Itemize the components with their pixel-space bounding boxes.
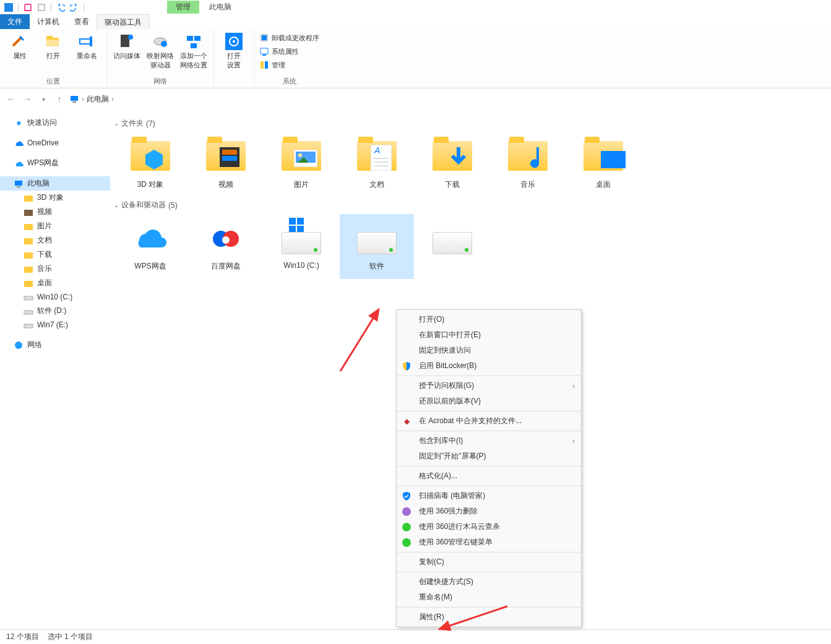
nav-forward[interactable]: → (21, 93, 33, 105)
tab-computer[interactable]: 计算机 (30, 14, 67, 29)
sidebar-item-drive-c[interactable]: Win10 (C:) (0, 290, 110, 304)
sidebar-item-drive-d[interactable]: 软件 (D:) (0, 304, 110, 318)
item-video[interactable]: 视频 (189, 132, 263, 197)
sidebar-item-quick[interactable]: ★快速访问 (0, 116, 110, 130)
item-pictures[interactable]: 图片 (264, 132, 338, 197)
svg-rect-51 (601, 151, 626, 168)
sidebar-item-pictures[interactable]: 图片 (0, 219, 110, 233)
context-tab[interactable]: 管理 (167, 1, 199, 14)
item-music[interactable]: 音乐 (491, 132, 565, 197)
ctx-360-remove[interactable]: 使用 360强力删除 (397, 504, 581, 519)
qat-save-icon[interactable] (22, 2, 33, 13)
svg-point-37 (15, 341, 22, 349)
sidebar-item-music[interactable]: 音乐 (0, 262, 110, 276)
ctx-open-new[interactable]: 在新窗口中打开(E) (397, 327, 581, 343)
sidebar-item-downloads[interactable]: 下载 (0, 247, 110, 262)
ctx-open[interactable]: 打开(O) (397, 312, 581, 327)
sidebar-item-video[interactable]: 视频 (0, 205, 110, 219)
svg-point-10 (161, 41, 167, 47)
section-folders[interactable]: ⌄ 文件夹 (7) (114, 118, 829, 129)
ctx-sep (397, 552, 581, 552)
item-3d[interactable]: 3D 对象 (113, 132, 187, 197)
sidebar-item-drive-e[interactable]: Win7 (E:) (0, 318, 110, 332)
ribbon-rename[interactable]: 重命名 (72, 32, 101, 61)
nav-bar: ← → ▾ ↑ › 此电脑 › (0, 88, 831, 109)
ribbon-manage[interactable]: 管理 (259, 59, 319, 71)
ctx-rename[interactable]: 重命名(M) (397, 590, 581, 605)
ctx-access[interactable]: 授予访问权限(G)› (397, 378, 581, 393)
tab-file[interactable]: 文件 (0, 14, 30, 29)
svg-rect-3 (46, 36, 53, 39)
network-icon (14, 340, 24, 350)
scan-icon (402, 491, 411, 501)
svg-rect-23 (71, 96, 78, 101)
ctx-properties[interactable]: 属性(R) (397, 609, 581, 625)
svg-rect-40 (222, 150, 237, 155)
ctx-library[interactable]: 包含到库中(I)› (397, 433, 581, 449)
ribbon-open-settings[interactable]: 打开 设置 (219, 32, 249, 70)
svg-rect-30 (24, 238, 33, 244)
status-bar: 12 个项目 选中 1 个项目 (0, 629, 831, 644)
qat-properties-icon[interactable] (36, 2, 47, 13)
sidebar-item-thispc[interactable]: 此电脑 (0, 176, 110, 191)
qat-redo-icon[interactable] (69, 2, 80, 13)
svg-rect-56 (297, 218, 304, 225)
tab-drive-tools[interactable]: 驱动器工具 (97, 14, 150, 29)
sidebar-item-documents[interactable]: 文档 (0, 233, 110, 247)
ribbon-sysprop[interactable]: 系统属性 (259, 45, 319, 58)
nav-recent[interactable]: ▾ (37, 93, 50, 105)
360-icon (402, 522, 411, 532)
chevron-right-icon: › (572, 382, 575, 390)
svg-rect-32 (24, 267, 33, 273)
item-drive-software[interactable]: 软件 (340, 214, 414, 279)
sidebar-item-wps[interactable]: WPS网盘 (0, 156, 110, 170)
ctx-copy[interactable]: 复制(C) (397, 554, 581, 570)
ctx-restore[interactable]: 还原以前的版本(V) (397, 393, 581, 409)
breadcrumb-sep-icon: › (111, 95, 114, 103)
ctx-shortcut[interactable]: 创建快捷方式(S) (397, 574, 581, 590)
ribbon-uninstall[interactable]: 卸载或更改程序 (259, 32, 319, 44)
ribbon-media[interactable]: 访问媒体 (112, 32, 142, 70)
svg-rect-28 (24, 210, 33, 216)
ctx-pin-start[interactable]: 固定到"开始"屏幕(P) (397, 449, 581, 464)
ribbon-group-settings-single: 打开 设置 (214, 29, 254, 88)
item-baidu[interactable]: 百度网盘 (189, 214, 263, 279)
ctx-bitlocker[interactable]: 启用 BitLocker(B) (397, 358, 581, 374)
ribbon-map-drive[interactable]: 映射网络 驱动器 (145, 32, 175, 70)
sidebar-item-onedrive[interactable]: OneDrive (0, 136, 110, 150)
item-downloads[interactable]: 下载 (415, 132, 489, 197)
item-drive-last[interactable] (415, 214, 489, 279)
cloud-icon (14, 138, 24, 148)
sidebar-item-3d[interactable]: 3D 对象 (0, 191, 110, 205)
ctx-pin-quick[interactable]: 固定到快速访问 (397, 343, 581, 358)
ribbon-add-network[interactable]: 添加一个 网络位置 (179, 32, 209, 70)
section-devices[interactable]: ⌄ 设备和驱动器 (5) (114, 200, 829, 210)
nav-back[interactable]: ← (5, 93, 17, 105)
item-drive-c[interactable]: Win10 (C:) (264, 214, 338, 279)
drive-icon (24, 292, 33, 302)
folder-icon (24, 236, 33, 246)
ctx-360-trojan[interactable]: 使用 360进行木马云查杀 (397, 519, 581, 535)
breadcrumb-root[interactable]: 此电脑 (87, 94, 109, 105)
ribbon-properties[interactable]: 属性 (5, 32, 35, 61)
folder-icon (24, 207, 33, 217)
ctx-scan[interactable]: 扫描病毒 (电脑管家) (397, 488, 581, 504)
breadcrumb[interactable]: › 此电脑 › (69, 94, 114, 105)
pc-icon (14, 179, 24, 189)
ribbon-group-network: 访问媒体 映射网络 驱动器 添加一个 网络位置 网络 (107, 29, 214, 88)
qat-undo-icon[interactable] (55, 2, 66, 13)
item-wps[interactable]: WPS网盘 (113, 214, 187, 279)
ctx-360-menu[interactable]: 使用 360管理右键菜单 (397, 535, 581, 550)
nav-up[interactable]: ↑ (53, 93, 66, 105)
sidebar: ★快速访问 OneDrive WPS网盘 此电脑 3D 对象 视频 图片 文档 … (0, 109, 110, 629)
ribbon-open[interactable]: 打开 (38, 32, 68, 61)
sidebar-item-desktop[interactable]: 桌面 (0, 276, 110, 290)
tab-view[interactable]: 查看 (67, 14, 97, 29)
ctx-acrobat[interactable]: ◆在 Acrobat 中合并支持的文件... (397, 413, 581, 429)
group-label-location: 位置 (5, 77, 101, 88)
svg-point-16 (233, 40, 235, 43)
item-desktop[interactable]: 桌面 (566, 132, 640, 197)
item-documents[interactable]: A文档 (340, 132, 414, 197)
ctx-format[interactable]: 格式化(A)... (397, 468, 581, 484)
sidebar-item-network[interactable]: 网络 (0, 338, 110, 352)
